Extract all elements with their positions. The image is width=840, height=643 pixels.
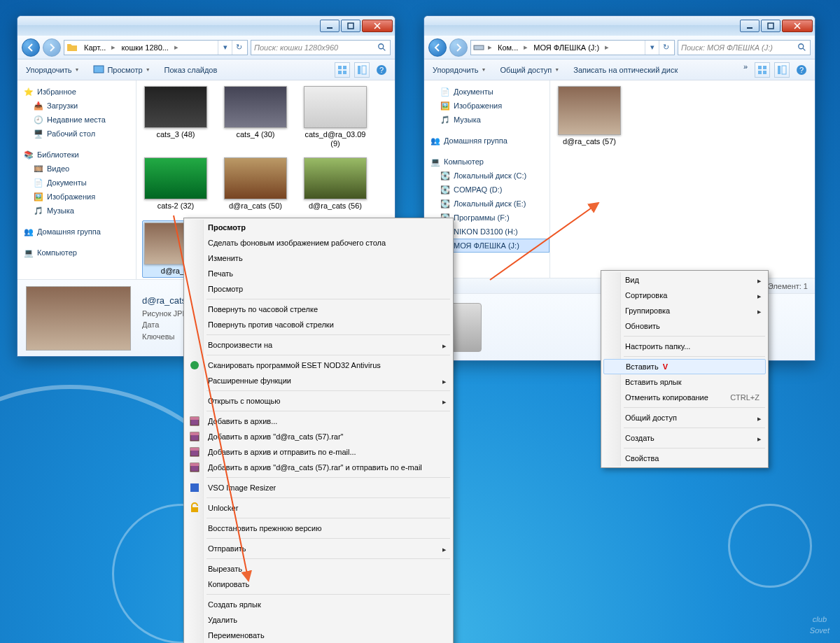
thumb[interactable]: d@ra_cats (50) [222, 157, 289, 211]
sidebar-item-documents[interactable]: 📄Документы [424, 85, 550, 99]
menu-item[interactable]: Восстановить прежнюю версию [186, 521, 451, 536]
content-pane[interactable]: d@ra_cats (57) [550, 80, 815, 278]
sidebar-favorites[interactable]: ⭐Избранное [18, 85, 136, 99]
menu-item[interactable]: Unlocker [186, 500, 451, 516]
menu-item[interactable]: Изменить [186, 250, 451, 266]
sidebar-item-music[interactable]: 🎵Музыка [424, 113, 550, 127]
back-button[interactable] [22, 38, 40, 57]
menu-item[interactable]: Удалить [186, 612, 451, 628]
bc-dropdown-icon[interactable]: ▾ [645, 41, 659, 55]
forward-button[interactable] [449, 38, 468, 57]
menu-item[interactable]: Переименовать [186, 628, 451, 643]
bc-seg-2[interactable]: МОЯ ФЛЕШКА (J:) [529, 41, 603, 55]
thumb[interactable]: d@ra_cats (56) [302, 157, 369, 211]
close-button[interactable] [782, 20, 813, 32]
menu-item[interactable]: Добавить в архив "d@ra_cats (57).rar" [186, 429, 451, 444]
menu-item[interactable]: Добавить в архив и отправить по e-mail..… [186, 444, 451, 460]
menu-item[interactable]: Настроить папку... [603, 339, 766, 354]
menu-item[interactable]: Сортировка [603, 288, 766, 303]
menu-item[interactable]: Добавить в архив "d@ra_cats (57).rar" и … [186, 460, 451, 475]
menu-item[interactable]: Вид [603, 272, 766, 288]
slideshow-button[interactable]: Показ слайдов [162, 64, 220, 76]
menu-item[interactable]: Отменить копированиеCTRL+Z [603, 390, 766, 405]
bc-dropdown-icon[interactable]: ▾ [218, 41, 232, 55]
sidebar-item-music[interactable]: 🎵Музыка [18, 204, 136, 218]
sidebar-homegroup[interactable]: 👥Домашняя группа [424, 134, 550, 148]
organize-button[interactable]: Упорядочить ▼ [23, 64, 82, 76]
refresh-icon[interactable]: ↻ [232, 41, 246, 55]
menu-item[interactable]: VSO Image Resizer [186, 480, 451, 495]
help-button[interactable]: ? [794, 62, 809, 78]
menu-item[interactable]: Сделать фоновым изображением рабочего ст… [186, 235, 451, 250]
bc-seg-1[interactable]: Ком... [493, 41, 522, 55]
menu-item[interactable]: Создать [603, 430, 766, 446]
menu-item[interactable]: Расширенные функции [186, 373, 451, 388]
menu-item[interactable]: Просмотр [186, 220, 451, 235]
breadcrumb[interactable]: Карт...▸ кошки 1280...▸ ▾↻ [64, 40, 248, 55]
refresh-icon[interactable]: ↻ [659, 41, 673, 55]
view-mode-button[interactable] [335, 62, 350, 78]
thumb[interactable]: cats_4 (30) [222, 86, 289, 148]
menu-item[interactable]: Обновить [603, 318, 766, 334]
menu-item[interactable]: ВставитьV [603, 359, 766, 374]
view-mode-button[interactable] [755, 62, 770, 78]
menu-item[interactable]: Копировать [186, 577, 451, 592]
sidebar-item-downloads[interactable]: 📥Загрузки [18, 99, 136, 113]
menu-item[interactable]: Печать [186, 266, 451, 281]
sidebar-item-pictures[interactable]: 🖼️Изображения [18, 190, 136, 204]
menu-item[interactable]: Общий доступ [603, 410, 766, 425]
menu-item[interactable]: Повернуть по часовой стрелке [186, 302, 451, 317]
sidebar-libraries[interactable]: 📚Библиотеки [18, 148, 136, 162]
maximize-button[interactable] [341, 20, 360, 32]
menu-item[interactable]: Свойства [603, 451, 766, 466]
burn-button[interactable]: Записать на оптический диск [570, 64, 680, 76]
menu-item[interactable]: Добавить в архив... [186, 414, 451, 429]
sidebar-computer[interactable]: 💻Компьютер [18, 246, 136, 260]
sidebar-homegroup[interactable]: 👥Домашняя группа [18, 225, 136, 239]
bc-seg-1[interactable]: Карт... [80, 41, 110, 55]
menu-item[interactable]: Создать ярлык [186, 597, 451, 612]
preview-pane-button[interactable] [774, 62, 790, 78]
forward-button[interactable] [43, 38, 61, 57]
menu-item[interactable]: Открыть с помощью [186, 393, 451, 409]
thumb[interactable]: cats-2 (32) [142, 157, 209, 211]
thumb[interactable]: cats_d@ra_03.09 (9) [302, 86, 369, 148]
organize-button[interactable]: Упорядочить ▼ [430, 64, 489, 76]
maximize-button[interactable] [761, 20, 780, 32]
menu-item[interactable]: Отправить [186, 541, 451, 556]
back-button[interactable] [428, 38, 447, 57]
sidebar-item-video[interactable]: 🎞️Видео [18, 162, 136, 176]
sidebar-drive-c[interactable]: 💽Локальный диск (C:) [424, 169, 550, 183]
preview-pane-button[interactable] [354, 62, 370, 78]
sidebar-item-pictures[interactable]: 🖼️Изображения [424, 99, 550, 113]
menu-item[interactable]: Группировка [603, 303, 766, 318]
menu-item[interactable]: Просмотр [186, 281, 451, 297]
thumb[interactable]: cats_3 (48) [142, 86, 209, 148]
help-button[interactable]: ? [374, 62, 389, 78]
menu-item[interactable]: Сканировать программой ESET NOD32 Antivi… [186, 358, 451, 373]
sidebar-drive-e[interactable]: 💽Локальный диск (E:) [424, 197, 550, 211]
bc-seg-2[interactable]: кошки 1280... [117, 41, 173, 55]
thumb[interactable]: d@ra_cats (57) [556, 86, 623, 146]
preview-button[interactable]: Просмотр ▼ [90, 63, 153, 77]
share-button[interactable]: Общий доступ ▼ [497, 64, 562, 76]
menu-item[interactable]: Вырезать [186, 561, 451, 577]
menu-item[interactable]: Вставить ярлык [603, 374, 766, 390]
minimize-button[interactable] [740, 20, 760, 32]
breadcrumb[interactable]: ▸ Ком...▸ МОЯ ФЛЕШКА (J:)▸ ▾↻ [470, 40, 675, 55]
sidebar-item-documents[interactable]: 📄Документы [18, 176, 136, 190]
search-input[interactable]: Поиск: кошки 1280x960 [251, 40, 391, 55]
menu-item[interactable]: Повернуть против часовой стрелки [186, 317, 451, 332]
menu-item[interactable]: Воспроизвести на [186, 337, 451, 353]
titlebar[interactable] [424, 16, 815, 36]
close-button[interactable] [362, 20, 393, 32]
sidebar-drive-d[interactable]: 💽COMPAQ (D:) [424, 183, 550, 197]
navbar: Карт...▸ кошки 1280...▸ ▾↻ Поиск: кошки … [18, 36, 395, 59]
minimize-button[interactable] [320, 20, 340, 32]
search-input[interactable]: Поиск: МОЯ ФЛЕШКА (J:) [678, 40, 811, 55]
titlebar[interactable] [18, 16, 395, 36]
sidebar-computer[interactable]: 💻Компьютер [424, 155, 550, 169]
overflow-icon[interactable]: » [743, 62, 750, 78]
sidebar-item-recent[interactable]: 🕘Недавние места [18, 113, 136, 127]
sidebar-item-desktop[interactable]: 🖥️Рабочий стол [18, 127, 136, 141]
